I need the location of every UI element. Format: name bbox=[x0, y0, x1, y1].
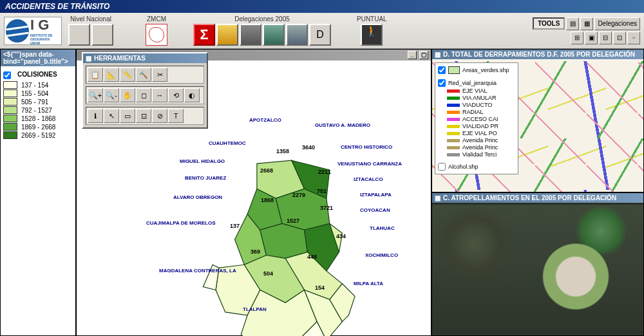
tools-small-1[interactable]: ▤ bbox=[566, 17, 579, 30]
road-legend-item: EJE VIAL bbox=[438, 88, 515, 94]
delegacion-label: IZTACALCO bbox=[354, 176, 383, 182]
delegacion-value: 2279 bbox=[292, 192, 305, 198]
tool-row2-6[interactable]: ◐ bbox=[184, 88, 200, 102]
tools-b1[interactable]: ⊞ bbox=[571, 32, 583, 44]
delegacion-value: 1868 bbox=[261, 197, 274, 203]
road-legend-item: VIA ANULAR bbox=[438, 95, 515, 101]
tool-row1-3[interactable]: 🔨 bbox=[136, 68, 151, 82]
road-legend-item: VIADUCTO bbox=[438, 102, 515, 108]
street2-button[interactable] bbox=[263, 24, 285, 46]
road-legend-item: VIALIDAD PR bbox=[438, 123, 515, 129]
colisiones-checkbox[interactable] bbox=[3, 71, 11, 79]
tool-row2-1[interactable]: 🔍- bbox=[104, 88, 119, 102]
delegaciones-label: Delegaciones 2005 bbox=[234, 15, 290, 23]
road-legend-item: Avenida Princ bbox=[438, 137, 515, 144]
legend-panel: <${""}span data-bind="panel_b.title"> CO… bbox=[0, 49, 76, 336]
tool-row1-4[interactable]: ✂ bbox=[152, 68, 167, 82]
d-button[interactable]: D bbox=[309, 24, 331, 46]
svg-marker-5 bbox=[260, 223, 308, 258]
street1-button[interactable] bbox=[240, 24, 261, 46]
delegacion-label: TLAHUAC bbox=[370, 225, 395, 231]
delegacion-value: 3721 bbox=[320, 205, 333, 211]
delegaciones-button[interactable]: Delegaciones bbox=[594, 17, 640, 30]
delegacion-value: 1358 bbox=[276, 148, 289, 154]
delegacion-label: TLALPAN bbox=[243, 306, 267, 312]
tools-b4[interactable]: ⊡ bbox=[613, 32, 626, 44]
zmcm-button[interactable] bbox=[146, 24, 167, 46]
panel-c-title: ▦C. ATROPELLAMIENTOS EN EL 2005 POR DELE… bbox=[432, 193, 643, 203]
nivel-nacional-label: Nivel Nacional bbox=[70, 15, 111, 23]
road-legend-item: EJE VIAL PO bbox=[438, 130, 515, 136]
red-vial-checkbox[interactable] bbox=[438, 79, 446, 87]
delegacion-value: 137 bbox=[230, 223, 240, 229]
tools-b5[interactable]: ▫ bbox=[627, 32, 640, 44]
tool-row3-5[interactable]: T bbox=[168, 109, 184, 123]
delegacion-value: 448 bbox=[307, 254, 317, 260]
layer-legend: Areas_verdes.shp Red_vial_jerarquia EJE … bbox=[435, 62, 518, 174]
road-legend-item: Avenida Princ bbox=[438, 144, 515, 151]
delegacion-label: MIGUEL HIDALGO bbox=[180, 158, 225, 164]
nivel-nacional-button-2[interactable] bbox=[91, 24, 113, 46]
delegacion-label: MAGDALENA CONTRERAS, LA bbox=[159, 268, 236, 274]
panel-c[interactable]: ▦C. ATROPELLAMIENTOS EN EL 2005 POR DELE… bbox=[431, 192, 644, 336]
delegacion-label: GUSTAVO A. MADERO bbox=[315, 122, 370, 128]
road-legend-item: Vialidad Terci bbox=[438, 151, 515, 158]
areas-verdes-checkbox[interactable] bbox=[438, 66, 446, 74]
delegacion-value: 434 bbox=[336, 233, 346, 239]
nivel-nacional-button-1[interactable] bbox=[68, 24, 90, 46]
sigma-button[interactable]: Σ bbox=[193, 24, 215, 46]
delegacion-label: VENUSTIANO CARRANZA bbox=[337, 161, 402, 167]
delegacion-value: 369 bbox=[251, 248, 260, 255]
street3-button[interactable] bbox=[286, 24, 308, 46]
map-panel[interactable]: _ ▢ ▦HERRAMIENTAS 📋📐📏🔨✂🔍+🔍-✋◻↔⟲◐ℹ↖▭⊡⊘T bbox=[76, 49, 431, 336]
tools-label: TOOLS bbox=[533, 17, 565, 30]
panel-d-title: ▦D. TOTAL DE DERRAPAMIENTOS D.F. 2005 PO… bbox=[432, 50, 643, 59]
delegacion-label: IZTAPALAPA bbox=[360, 192, 392, 198]
panel-d[interactable]: ▦D. TOTAL DE DERRAPAMIENTOS D.F. 2005 PO… bbox=[431, 49, 644, 192]
tool-row2-4[interactable]: ↔ bbox=[152, 88, 167, 102]
tool-row3-3[interactable]: ⊡ bbox=[136, 109, 151, 123]
delegacion-label: ALVARO OBREGON bbox=[173, 194, 222, 200]
car-button[interactable] bbox=[216, 24, 238, 46]
tools-small-2[interactable]: ▦ bbox=[580, 17, 593, 30]
tool-row1-1[interactable]: 📐 bbox=[104, 68, 119, 82]
maximize-button[interactable]: ▢ bbox=[419, 51, 428, 59]
delegacion-value: 504 bbox=[263, 270, 273, 277]
tool-window[interactable]: ▦HERRAMIENTAS 📋📐📏🔨✂🔍+🔍-✋◻↔⟲◐ℹ↖▭⊡⊘T bbox=[82, 52, 208, 129]
delegacion-label: CUAJIMALPA DE MORELOS bbox=[146, 220, 216, 226]
satellite-imagery[interactable] bbox=[432, 205, 643, 335]
puntual-button[interactable] bbox=[361, 24, 383, 46]
tool-row2-3[interactable]: ◻ bbox=[136, 88, 151, 102]
tool-row2-5[interactable]: ⟲ bbox=[168, 88, 184, 102]
tool-row1-0[interactable]: 📋 bbox=[88, 68, 103, 82]
tool-row3-4[interactable]: ⊘ bbox=[152, 109, 167, 123]
delegacion-value: 2668 bbox=[260, 167, 273, 174]
puntual-label: PUNTUAL bbox=[357, 15, 387, 23]
minimize-button[interactable]: _ bbox=[408, 51, 417, 59]
delegacion-label: CUAUHTEMOC bbox=[209, 140, 246, 146]
panel-b-title: <${""}span data-bind="panel_b.title"> bbox=[1, 50, 75, 66]
tools-b3[interactable]: ⊟ bbox=[599, 32, 612, 44]
app-title-bar: ACCIDENTES DE TRÁNSITO bbox=[0, 0, 644, 13]
alcohol-checkbox[interactable] bbox=[438, 163, 446, 171]
tool-row3-2[interactable]: ▭ bbox=[120, 109, 135, 123]
tool-row3-1[interactable]: ↖ bbox=[104, 109, 119, 123]
delegacion-value: 2211 bbox=[318, 169, 331, 175]
main-toolbar: I G INSTITUTO DE GEOGRAFÍA UNAM Nivel Na… bbox=[0, 13, 644, 49]
road-legend-item: RADIAL bbox=[438, 109, 515, 115]
globe-icon bbox=[6, 19, 29, 42]
road-legend-item: ACCESO CAI bbox=[438, 116, 515, 122]
delegacion-label: MILPA ALTA bbox=[354, 281, 383, 286]
workspace: <${""}span data-bind="panel_b.title"> CO… bbox=[0, 49, 644, 336]
zmcm-label: ZMCM bbox=[147, 15, 166, 23]
tools-b2[interactable]: ▣ bbox=[585, 32, 598, 44]
delegacion-value: 3640 bbox=[302, 144, 315, 151]
delegacion-value: 751 bbox=[317, 188, 327, 194]
tool-row2-0[interactable]: 🔍+ bbox=[88, 88, 103, 102]
tool-row2-2[interactable]: ✋ bbox=[120, 88, 135, 102]
ig-logo: I G INSTITUTO DE GEOGRAFÍA UNAM bbox=[4, 17, 62, 45]
delegacion-label: BENITO JUAREZ bbox=[185, 175, 226, 181]
tool-row3-0[interactable]: ℹ bbox=[88, 109, 103, 123]
tool-window-title[interactable]: ▦HERRAMIENTAS bbox=[83, 53, 207, 63]
tool-row1-2[interactable]: 📏 bbox=[120, 68, 135, 82]
